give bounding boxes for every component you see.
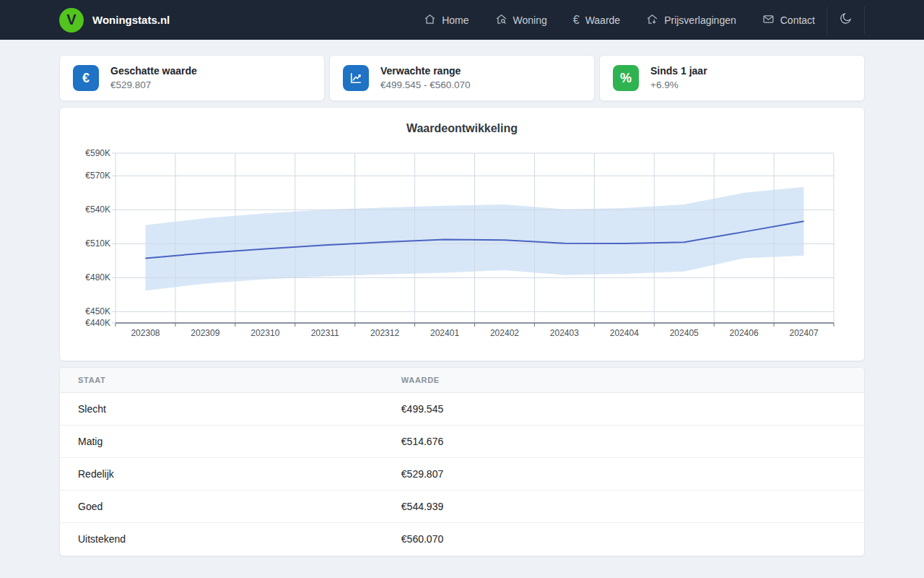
staat-cell: Slecht xyxy=(60,393,383,426)
stat-value: +6.9% xyxy=(650,79,707,92)
staat-cell: Uitstekend xyxy=(60,523,383,556)
nav-item-home[interactable]: Home xyxy=(424,13,468,27)
staat-cell: Goed xyxy=(60,491,383,523)
waarde-cell: €499.545 xyxy=(383,393,864,426)
condition-value-table-card: STAAT WAARDE Slecht €499.545 Matig €514.… xyxy=(59,367,865,556)
brand-logo-letter: V xyxy=(66,12,76,28)
stat-title: Geschatte waarde xyxy=(110,64,197,77)
line-chart-icon xyxy=(343,65,369,91)
x-axis-tick-label: 202405 xyxy=(670,328,699,338)
nav-item-contact[interactable]: Contact xyxy=(762,13,815,27)
y-axis-tick-label: €480K xyxy=(61,272,110,282)
table-row: Matig €514.676 xyxy=(60,426,864,458)
column-header-staat: STAAT xyxy=(60,368,383,393)
x-axis-tick-label: 202312 xyxy=(370,328,399,338)
nav-item-label: Prijsverlagingen xyxy=(664,14,736,26)
waarde-cell: €514.676 xyxy=(383,426,864,458)
staat-cell: Matig xyxy=(60,426,383,458)
stat-title: Sinds 1 jaar xyxy=(650,64,707,77)
euro-icon: € xyxy=(573,14,580,27)
nav-item-label: Contact xyxy=(780,14,815,26)
y-axis-tick-label: €570K xyxy=(61,171,110,181)
stats-row: € Geschatte waarde €529.807 Verwachte ra… xyxy=(59,55,865,101)
nav-item-label: Waarde xyxy=(585,14,621,26)
x-axis-tick-label: 202402 xyxy=(490,328,519,338)
navbar: V Woningstats.nl Home Won xyxy=(0,0,924,40)
home-icon xyxy=(424,13,436,27)
chart-title: Waardeontwikkeling xyxy=(60,108,864,135)
euro-icon: € xyxy=(73,65,99,91)
column-header-waarde: WAARDE xyxy=(383,368,864,393)
y-axis-tick-label: €450K xyxy=(61,306,110,316)
x-axis-tick-label: 202403 xyxy=(550,328,579,338)
dark-mode-toggle[interactable] xyxy=(837,12,854,28)
table-row: Redelijk €529.807 xyxy=(60,458,864,491)
nav-item-label: Home xyxy=(442,14,468,26)
brand-logo[interactable]: V xyxy=(59,8,84,33)
stat-card-sinds-1-jaar: % Sinds 1 jaar +6.9% xyxy=(599,55,865,101)
nav-item-label: Woning xyxy=(513,14,547,26)
staat-cell: Redelijk xyxy=(60,458,383,491)
value-development-chart-card: Waardeontwikkeling €440K€450K€480K€510K€… xyxy=(59,107,865,361)
waarde-cell: €544.939 xyxy=(383,491,864,523)
x-axis-tick-label: 202407 xyxy=(790,328,819,338)
waarde-cell: €560.070 xyxy=(383,523,864,556)
stat-card-geschatte-waarde: € Geschatte waarde €529.807 xyxy=(59,55,325,101)
y-axis-tick-label: €540K xyxy=(61,204,110,215)
stat-card-verwachte-range: Verwachte range €499.545 - €560.070 xyxy=(329,55,595,101)
stat-value: €499.545 - €560.070 xyxy=(380,79,471,92)
nav-divider xyxy=(827,7,827,34)
x-axis-tick-label: 202310 xyxy=(250,328,279,338)
table-row: Uitstekend €560.070 xyxy=(60,523,864,556)
y-axis-tick-label: €510K xyxy=(61,238,110,249)
house-search-icon xyxy=(495,13,507,27)
envelope-icon xyxy=(762,13,775,27)
table-row: Goed €544.939 xyxy=(60,491,864,523)
waarde-cell: €529.807 xyxy=(383,458,864,491)
x-axis-tick-label: 202308 xyxy=(131,328,160,338)
line-chart-plot xyxy=(116,153,834,323)
y-axis-tick-label: €440K xyxy=(61,318,110,328)
percent-icon: % xyxy=(613,65,639,91)
x-axis-tick-label: 202311 xyxy=(311,328,339,338)
y-axis-tick-label: €590K xyxy=(61,148,110,158)
nav-menu: Home Woning € Waarde xyxy=(424,13,815,27)
house-arrow-down-icon xyxy=(646,13,658,27)
stat-title: Verwachte range xyxy=(380,64,471,77)
stat-value: €529.807 xyxy=(110,79,197,92)
brand-link[interactable]: Woningstats.nl xyxy=(92,14,170,26)
table-row: Slecht €499.545 xyxy=(60,393,864,426)
nav-item-woning[interactable]: Woning xyxy=(495,13,547,27)
moon-icon xyxy=(839,12,853,28)
nav-divider xyxy=(864,7,865,34)
nav-item-prijsverlagingen[interactable]: Prijsverlagingen xyxy=(646,13,736,27)
table-header-row: STAAT WAARDE xyxy=(60,368,864,393)
condition-value-table: STAAT WAARDE Slecht €499.545 Matig €514.… xyxy=(60,368,864,556)
nav-item-waarde[interactable]: € Waarde xyxy=(573,14,620,27)
x-axis-tick-label: 202401 xyxy=(430,328,459,338)
x-axis-tick-label: 202309 xyxy=(191,328,219,338)
x-axis-tick-label: 202404 xyxy=(610,328,639,338)
x-axis-tick-label: 202406 xyxy=(730,328,759,338)
